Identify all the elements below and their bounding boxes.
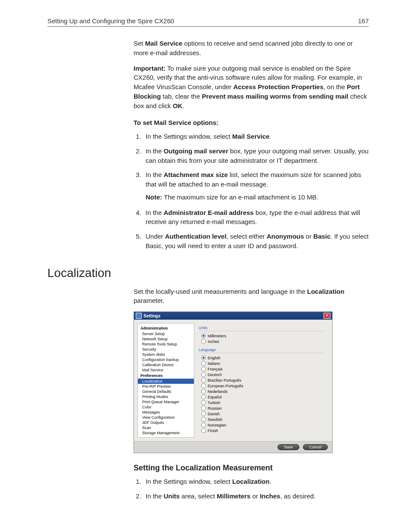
nav-heading-admin: Administration — [138, 325, 194, 331]
radio-icon — [201, 378, 206, 383]
radio-icon — [201, 383, 206, 388]
step-3-note: Note: The maximum size for an e-mail att… — [146, 193, 369, 202]
nav-item-general-defaults[interactable]: General Defaults — [138, 389, 194, 394]
nav-item-server-setup[interactable]: Server Setup — [138, 331, 194, 336]
radio-icon — [201, 355, 206, 360]
units-label: Inches — [208, 339, 219, 344]
language-option-deutsch[interactable]: Deutsch — [199, 372, 324, 377]
save-button[interactable]: Save — [277, 444, 299, 450]
nav-item-color[interactable]: Color — [138, 404, 194, 410]
nav-item-printing-modes[interactable]: Printing Modes — [138, 394, 194, 399]
radio-icon — [201, 423, 206, 427]
radio-icon — [201, 395, 206, 399]
language-label: Français — [208, 367, 223, 371]
measure-step-2: In the Units area, select Millimeters or… — [143, 492, 369, 501]
nav-item-view-configuration[interactable]: View Configuration — [138, 415, 194, 420]
localization-intro: Set the locally-used unit measurements a… — [134, 287, 369, 306]
nav-item-localization[interactable]: Localization — [138, 379, 194, 384]
language-option-nederlands[interactable]: Nederlands — [199, 389, 324, 394]
radio-icon — [201, 428, 206, 433]
nav-item-jdf-outputs[interactable]: JDF Outputs — [138, 420, 194, 425]
settings-content: Units MillimetersInches Language English… — [194, 323, 329, 438]
radio-icon — [201, 367, 206, 371]
units-option-millimeters[interactable]: Millimeters — [199, 333, 324, 339]
step-2: In the Outgoing mail server box, type yo… — [143, 146, 369, 165]
language-label: Norwegian — [208, 423, 226, 427]
language-label: Nederlands — [208, 389, 227, 394]
language-option-italiano[interactable]: Italiano — [199, 361, 324, 366]
app-icon — [136, 313, 142, 319]
nav-item-configuration-backup[interactable]: Configuration backup — [138, 357, 194, 362]
language-label: European Português — [208, 384, 243, 388]
step-1: In the Settings window, select Mail Serv… — [143, 132, 369, 141]
step-3: In the Attachment max size list, select … — [143, 170, 369, 202]
dialog-title: Settings — [143, 314, 160, 318]
nav-item-security[interactable]: Security — [138, 347, 194, 352]
nav-item-remote-tools-setup[interactable]: Remote Tools Setup — [138, 342, 194, 347]
localization-heading: Localization — [47, 266, 369, 280]
header-title: Setting Up and Configuring the Spire CX2… — [47, 17, 174, 25]
language-label: Finish — [208, 429, 218, 433]
language-option-turkish[interactable]: Turkish — [199, 400, 324, 405]
close-icon[interactable]: × — [324, 313, 330, 319]
language-option-español[interactable]: Español — [199, 394, 324, 400]
language-option-russian[interactable]: Russian — [199, 405, 324, 411]
step-5: Under Authentication level, select eithe… — [143, 232, 369, 251]
page-number: 167 — [358, 17, 369, 25]
units-label: Millimeters — [208, 334, 226, 338]
nav-item-mail-service[interactable]: Mail Service — [138, 367, 194, 373]
language-option-français[interactable]: Français — [199, 366, 324, 372]
units-group-label: Units — [199, 325, 324, 331]
radio-icon — [201, 361, 206, 366]
nav-item-messages[interactable]: Messages — [138, 410, 194, 415]
language-option-danish[interactable]: Danish — [199, 411, 324, 417]
nav-item-pre-rip-preview[interactable]: Pre-RIP Preview — [138, 384, 194, 389]
language-label: Italiano — [208, 361, 220, 366]
language-option-english[interactable]: English — [199, 355, 324, 361]
important-note: Important: To make sure your outgoing ma… — [134, 64, 369, 111]
cancel-button[interactable]: Cancel — [303, 444, 328, 450]
language-label: Deutsch — [208, 373, 222, 377]
radio-icon — [201, 333, 206, 338]
language-label: Español — [208, 395, 222, 399]
radio-icon — [201, 372, 206, 377]
intro-paragraph: Set Mail Service options to receive and … — [134, 39, 369, 58]
language-option-finish[interactable]: Finish — [199, 428, 324, 433]
language-option-swedish[interactable]: Swedish — [199, 417, 324, 422]
dialog-footer: Save Cancel — [134, 441, 332, 453]
units-option-inches[interactable]: Inches — [199, 339, 324, 344]
language-label: Danish — [208, 412, 220, 416]
language-group-label: Language — [199, 347, 324, 353]
mail-service-steps: In the Settings window, select Mail Serv… — [134, 132, 369, 251]
measure-step-1: In the Settings window, select Localizat… — [143, 477, 369, 486]
language-label: English — [208, 356, 221, 360]
language-label: Turkish — [208, 401, 220, 405]
radio-icon — [201, 339, 206, 344]
nav-item-network-setup[interactable]: Network Setup — [138, 336, 194, 342]
dialog-titlebar: Settings × — [134, 312, 332, 320]
language-option-norwegian[interactable]: Norwegian — [199, 422, 324, 428]
measurement-subheading: Setting the Localization Measurement — [134, 464, 369, 473]
radio-icon — [201, 417, 206, 422]
step-4: In the Administrator E-mail address box,… — [143, 208, 369, 227]
nav-item-calibration-device[interactable]: Calibration Device — [138, 362, 194, 367]
radio-icon — [201, 406, 206, 411]
language-label: Swedish — [208, 417, 222, 422]
measurement-steps: In the Settings window, select Localizat… — [134, 477, 369, 501]
settings-nav: Administration Server SetupNetwork Setup… — [137, 323, 194, 438]
page-header: Setting Up and Configuring the Spire CX2… — [47, 17, 369, 27]
nav-item-system-disks[interactable]: System disks — [138, 352, 194, 357]
nav-item-storage-management[interactable]: Storage Management — [138, 430, 194, 436]
procedure-heading: To set Mail Service options: — [134, 118, 369, 128]
language-label: Russian — [208, 406, 222, 411]
language-label: Brazilian Português — [208, 378, 241, 383]
nav-heading-prefs: Preferences — [138, 373, 194, 379]
settings-dialog: Settings × Administration Server SetupNe… — [134, 311, 333, 453]
radio-icon — [201, 400, 206, 405]
nav-item-print-queue-manager[interactable]: Print Queue Manager — [138, 399, 194, 404]
language-option-european-português[interactable]: European Português — [199, 383, 324, 389]
language-option-brazilian-português[interactable]: Brazilian Português — [199, 377, 324, 383]
radio-icon — [201, 411, 206, 416]
nav-item-scan[interactable]: Scan — [138, 425, 194, 430]
radio-icon — [201, 389, 206, 394]
